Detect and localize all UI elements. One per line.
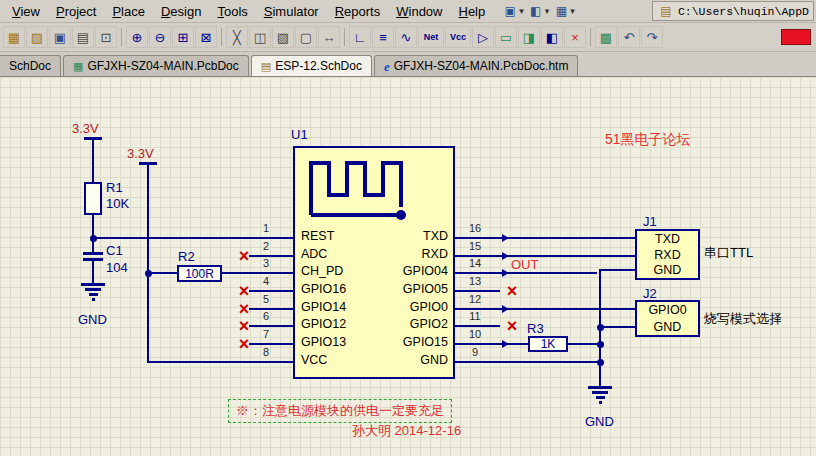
menu-help[interactable]: Help xyxy=(450,2,493,21)
menu-reports[interactable]: Reports xyxy=(327,2,389,21)
copy-icon[interactable]: ◫ xyxy=(249,26,271,48)
no-erc-cross-icon[interactable]: × xyxy=(507,282,518,300)
wire-segment[interactable] xyxy=(599,326,636,328)
wire-segment[interactable] xyxy=(149,272,177,274)
pin-wire[interactable] xyxy=(249,272,293,274)
pin-wire[interactable] xyxy=(249,255,293,257)
chevron-down-icon[interactable]: ▾ xyxy=(519,6,524,16)
menu-place[interactable]: Place xyxy=(104,2,153,21)
power-label-3v3-left[interactable]: 3.3V xyxy=(72,122,99,135)
designator-r2[interactable]: R2 xyxy=(178,250,195,263)
pin-wire[interactable] xyxy=(249,308,293,310)
value-c1[interactable]: 104 xyxy=(106,261,128,274)
select-area-icon[interactable]: ▢ xyxy=(295,26,317,48)
caption-serial-ttl[interactable]: 串口TTL xyxy=(704,245,753,261)
chevron-down-icon[interactable]: ▾ xyxy=(570,6,575,16)
gnd-symbol[interactable] xyxy=(81,283,105,286)
schematic-canvas[interactable]: 3.3V R1 10K C1 104 GND 3.3V R2 100R xyxy=(0,77,816,456)
component-j2[interactable]: GPIO0 GND xyxy=(635,300,700,337)
component-r1[interactable] xyxy=(84,182,102,215)
paste-array-icon[interactable]: ▩ xyxy=(595,26,617,48)
wire-segment[interactable] xyxy=(222,272,250,274)
tab-pcbdoc[interactable]: ▦ GFJXH-SZ04-MAIN.PcbDoc xyxy=(63,55,249,76)
pin-wire[interactable] xyxy=(249,343,293,345)
redo-icon[interactable]: ↷ xyxy=(641,26,663,48)
zoom-all-icon[interactable]: ⊠ xyxy=(195,26,217,48)
designator-u1[interactable]: U1 xyxy=(291,128,308,141)
pin-wire[interactable] xyxy=(455,343,500,345)
cut-icon[interactable]: ╳ xyxy=(226,26,248,48)
chevron-down-icon[interactable]: ▾ xyxy=(545,6,550,16)
pin-wire[interactable] xyxy=(455,237,500,239)
open-document-icon[interactable]: ▨ xyxy=(26,26,48,48)
menu-simulator[interactable]: Simulator xyxy=(256,2,327,21)
pin-wire[interactable] xyxy=(249,325,293,327)
tab-esp12-schdoc[interactable]: ▤ ESP-12.SchDoc xyxy=(251,55,372,76)
power-label-3v3-right[interactable]: 3.3V xyxy=(127,147,154,160)
designator-r3[interactable]: R3 xyxy=(527,322,544,335)
bus-tool-icon[interactable]: ≡ xyxy=(372,26,394,48)
designator-r1[interactable]: R1 xyxy=(106,181,123,194)
wire-segment[interactable] xyxy=(500,308,636,310)
place-part-icon[interactable]: ▷ xyxy=(472,26,494,48)
designator-c1[interactable]: C1 xyxy=(106,244,123,257)
project-path-box[interactable]: ▤ C:\Users\huqin\AppD xyxy=(652,1,814,21)
pin-wire[interactable] xyxy=(249,237,293,239)
no-erc-cross-icon[interactable]: × xyxy=(239,317,250,335)
grid-dropdown-icon[interactable]: ▦ xyxy=(552,3,570,19)
menu-window[interactable]: Window xyxy=(388,2,450,21)
tab-pcbdoc-htm[interactable]: e GFJXH-SZ04-MAIN.PcbDoc.htm xyxy=(374,55,578,76)
print-preview-icon[interactable]: ⊡ xyxy=(95,26,117,48)
wire-segment[interactable] xyxy=(147,165,149,363)
wire-segment[interactable] xyxy=(147,361,251,363)
component-j1[interactable]: TXD RXD GND xyxy=(635,229,700,280)
net-label-out[interactable]: OUT xyxy=(511,257,538,273)
pin-wire[interactable] xyxy=(249,361,293,363)
component-c1[interactable] xyxy=(83,252,103,255)
paste-icon[interactable]: ▧ xyxy=(272,26,294,48)
wire-segment[interactable] xyxy=(500,237,636,239)
wire-tool-icon[interactable]: ∟ xyxy=(349,26,371,48)
no-erc-cross-icon[interactable]: × xyxy=(239,282,250,300)
no-erc-cross-icon[interactable]: × xyxy=(239,335,250,353)
pin-wire[interactable] xyxy=(249,290,293,292)
forum-watermark[interactable]: 51黑电子论坛 xyxy=(605,131,691,148)
wire-segment[interactable] xyxy=(92,215,94,253)
port-tool-icon[interactable]: ◧ xyxy=(541,26,563,48)
zoom-in-icon[interactable]: ⊕ xyxy=(126,26,148,48)
value-r1[interactable]: 10K xyxy=(106,197,129,210)
component-r2[interactable]: 100R xyxy=(177,265,222,282)
sheet-entry-icon[interactable]: ◨ xyxy=(518,26,540,48)
power-supply-note[interactable]: ※：注意电源模块的供电一定要充足 xyxy=(228,399,452,423)
menu-project[interactable]: Project xyxy=(48,2,104,21)
sheet-symbol-icon[interactable]: ▭ xyxy=(495,26,517,48)
sheet-stub-icon[interactable]: ▦ xyxy=(3,26,25,48)
zoom-out-icon[interactable]: ⊖ xyxy=(149,26,171,48)
gnd-label-right[interactable]: GND xyxy=(585,415,614,428)
panels-dropdown-icon[interactable]: ▣ xyxy=(501,3,519,19)
power-port-tool-icon[interactable]: Vcc xyxy=(445,26,471,48)
wire-segment[interactable] xyxy=(92,261,94,283)
wire-segment[interactable] xyxy=(500,343,528,345)
gnd-symbol[interactable] xyxy=(588,386,612,389)
no-erc-cross-icon[interactable]: × xyxy=(507,317,518,335)
menu-design[interactable]: Design xyxy=(153,2,209,21)
caption-flash-mode[interactable]: 烧写模式选择 xyxy=(704,311,782,327)
move-object-icon[interactable]: ↔ xyxy=(318,26,340,48)
undo-icon[interactable]: ↶ xyxy=(618,26,640,48)
pin-wire[interactable] xyxy=(455,272,500,274)
wire-segment[interactable] xyxy=(93,237,249,239)
tab-schdoc-partial[interactable]: SchDoc xyxy=(0,55,61,76)
designator-j2[interactable]: J2 xyxy=(643,287,657,300)
pin-wire[interactable] xyxy=(455,325,500,327)
wire-segment[interactable] xyxy=(599,269,636,271)
pin-wire[interactable] xyxy=(455,290,500,292)
alignment-dropdown-icon[interactable]: ◧ xyxy=(527,3,545,19)
zoom-area-icon[interactable]: ⊞ xyxy=(172,26,194,48)
menu-tools[interactable]: Tools xyxy=(209,2,255,21)
pin-wire[interactable] xyxy=(455,361,500,363)
save-document-icon[interactable]: ▣ xyxy=(49,26,71,48)
wire-segment[interactable] xyxy=(500,361,601,363)
component-r3[interactable]: 1K xyxy=(528,336,568,352)
author-signature[interactable]: 孙大明 2014-12-16 xyxy=(352,423,461,439)
